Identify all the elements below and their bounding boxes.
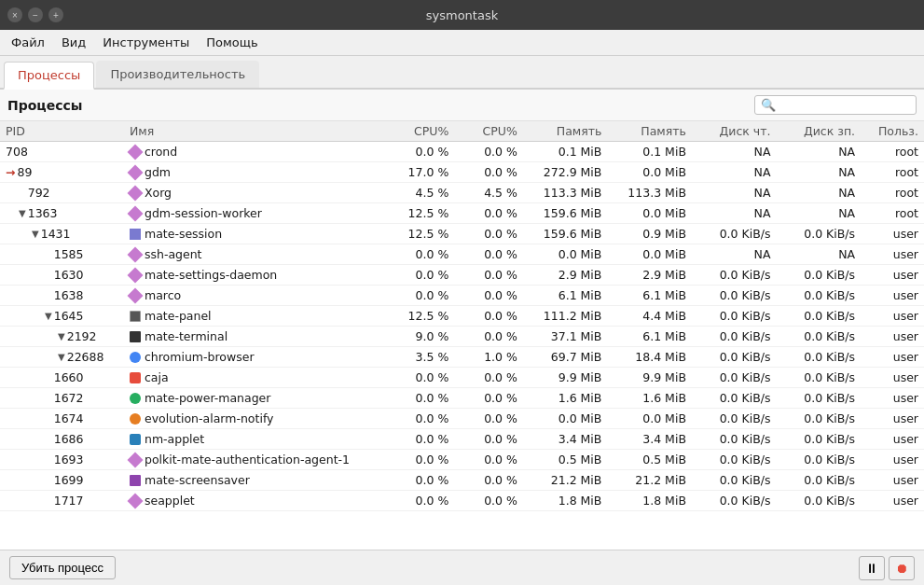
cell-pid: ▶ 1717	[0, 491, 124, 511]
table-row[interactable]: ▼ 1431 mate-session 12.5 % 0.0 % 159.6 M…	[0, 224, 924, 244]
menu-view[interactable]: Вид	[54, 33, 93, 52]
cell-io1: NA	[692, 244, 777, 265]
cell-mem2: 18.4 MiB	[607, 347, 692, 368]
cell-mem1: 0.5 MiB	[523, 450, 608, 470]
table-row[interactable]: → 89 gdm 17.0 % 0.0 % 272.9 MiB 0.0 MiB …	[0, 162, 924, 183]
process-name: mate-settings-daemon	[145, 268, 277, 282]
cell-cpu1: 12.5 %	[386, 306, 455, 327]
process-name: crond	[145, 145, 177, 159]
cell-mem2: 6.1 MiB	[607, 327, 692, 347]
menu-tools[interactable]: Инструменты	[95, 33, 197, 52]
cell-user: user	[861, 286, 924, 306]
cell-mem1: 159.6 MiB	[523, 224, 608, 244]
pid-value: 1693	[54, 453, 84, 467]
cell-name: chromium-browser	[124, 347, 386, 368]
table-row[interactable]: ▼ 2192 mate-terminal 9.0 % 0.0 % 37.1 Mi…	[0, 327, 924, 347]
titlebar-left-controls: × − +	[7, 7, 63, 22]
table-row[interactable]: ▶ 1699 mate-screensaver 0.0 % 0.0 % 21.2…	[0, 470, 924, 491]
cell-io2: NA	[777, 203, 862, 224]
table-row[interactable]: 708 crond 0.0 % 0.0 % 0.1 MiB 0.1 MiB NA…	[0, 142, 924, 162]
cell-mem2: 6.1 MiB	[607, 286, 692, 306]
table-row[interactable]: ▶ 1674 evolution-alarm-notify 0.0 % 0.0 …	[0, 409, 924, 429]
process-name: gdm	[145, 165, 171, 179]
col-header-cpu1: CPU%	[386, 121, 455, 142]
main-content: Процессы 🔍 PID Имя CPU% CPU% Память Памя…	[0, 90, 924, 550]
cell-cpu1: 0.0 %	[386, 409, 455, 429]
table-row[interactable]: ▶ 1672 mate-power-manager 0.0 % 0.0 % 1.…	[0, 388, 924, 409]
cell-mem2: 1.6 MiB	[607, 388, 692, 409]
record-button[interactable]: ⏺	[889, 556, 915, 580]
cell-name: mate-screensaver	[124, 470, 386, 491]
process-name: evolution-alarm-notify	[145, 411, 274, 425]
process-name: mate-screensaver	[145, 473, 250, 487]
process-table-wrapper[interactable]: PID Имя CPU% CPU% Память Память Диск чт.…	[0, 121, 924, 550]
table-row[interactable]: ▶ 1660 caja 0.0 % 0.0 % 9.9 MiB 9.9 MiB …	[0, 368, 924, 388]
table-row[interactable]: ▶ 1717 seapplet 0.0 % 0.0 % 1.8 MiB 1.8 …	[0, 491, 924, 511]
cell-pid: ▶ 1630	[0, 265, 124, 286]
cell-io1: 0.0 KiB/s	[692, 327, 777, 347]
expand-icon[interactable]: ▼	[58, 331, 65, 341]
cell-cpu1: 17.0 %	[386, 162, 455, 183]
table-row[interactable]: ▶ 792 Xorg 4.5 % 4.5 % 113.3 MiB 113.3 M…	[0, 183, 924, 203]
cell-name: crond	[124, 142, 386, 162]
cell-name: mate-terminal	[124, 327, 386, 347]
cell-name: nm-applet	[124, 429, 386, 450]
process-header: Процессы 🔍	[0, 90, 924, 121]
cell-cpu2: 0.0 %	[454, 224, 523, 244]
table-row[interactable]: ▼ 1645 mate-panel 12.5 % 0.0 % 111.2 MiB…	[0, 306, 924, 327]
process-name: mate-panel	[145, 309, 212, 323]
cell-cpu1: 3.5 %	[386, 347, 455, 368]
col-header-pid: PID	[0, 121, 124, 142]
cell-user: root	[861, 203, 924, 224]
pid-value: 1585	[54, 247, 84, 261]
col-header-mem1: Память	[523, 121, 608, 142]
table-row[interactable]: ▼ 1363 gdm-session-worker 12.5 % 0.0 % 1…	[0, 203, 924, 224]
col-header-user: Польз.	[861, 121, 924, 142]
cell-cpu1: 12.5 %	[386, 203, 455, 224]
expand-icon[interactable]: ▼	[19, 208, 26, 218]
expand-icon[interactable]: ▼	[32, 229, 39, 239]
cell-mem1: 2.9 MiB	[523, 265, 608, 286]
table-row[interactable]: ▶ 1630 mate-settings-daemon 0.0 % 0.0 % …	[0, 265, 924, 286]
process-name: caja	[145, 370, 169, 384]
cell-pid: ▶ 1585	[0, 244, 124, 265]
cell-user: root	[861, 162, 924, 183]
menu-help[interactable]: Помощь	[199, 33, 265, 52]
pid-value: 1699	[54, 473, 84, 487]
maximize-button[interactable]: +	[48, 7, 63, 22]
cell-mem2: 0.5 MiB	[607, 450, 692, 470]
table-row[interactable]: ▶ 1693 polkit-mate-authentication-agent-…	[0, 450, 924, 470]
process-table: PID Имя CPU% CPU% Память Память Диск чт.…	[0, 121, 924, 511]
cell-mem2: 21.2 MiB	[607, 470, 692, 491]
tab-processes[interactable]: Процессы	[4, 62, 94, 90]
process-name: Xorg	[145, 186, 172, 200]
cell-cpu1: 0.0 %	[386, 491, 455, 511]
cell-pid: ▶ 1686	[0, 429, 124, 450]
menu-file[interactable]: Файл	[4, 33, 52, 52]
tab-performance[interactable]: Производительность	[96, 61, 259, 88]
table-row[interactable]: ▼ 22688 chromium-browser 3.5 % 1.0 % 69.…	[0, 347, 924, 368]
pid-value: 1686	[54, 432, 84, 446]
cell-user: user	[861, 429, 924, 450]
cell-user: user	[861, 470, 924, 491]
process-name: mate-session	[145, 227, 222, 241]
table-row[interactable]: ▶ 1686 nm-applet 0.0 % 0.0 % 3.4 MiB 3.4…	[0, 429, 924, 450]
search-input[interactable]	[779, 98, 910, 112]
close-button[interactable]: ×	[7, 7, 22, 22]
cell-io2: 0.0 KiB/s	[777, 286, 862, 306]
cell-io1: 0.0 KiB/s	[692, 491, 777, 511]
table-row[interactable]: ▶ 1638 marco 0.0 % 0.0 % 6.1 MiB 6.1 MiB…	[0, 286, 924, 306]
cell-cpu2: 0.0 %	[454, 142, 523, 162]
kill-process-button[interactable]: Убить процесс	[9, 556, 116, 579]
pause-button[interactable]: ⏸	[859, 556, 885, 580]
expand-icon[interactable]: ▼	[45, 311, 52, 321]
cell-cpu1: 0.0 %	[386, 450, 455, 470]
cell-user: user	[861, 224, 924, 244]
table-row[interactable]: ▶ 1585 ssh-agent 0.0 % 0.0 % 0.0 MiB 0.0…	[0, 244, 924, 265]
minimize-button[interactable]: −	[28, 7, 43, 22]
cell-user: user	[861, 388, 924, 409]
pid-value: 2192	[67, 329, 97, 343]
cell-mem1: 3.4 MiB	[523, 429, 608, 450]
cell-name: mate-panel	[124, 306, 386, 327]
expand-icon[interactable]: ▼	[58, 352, 65, 362]
